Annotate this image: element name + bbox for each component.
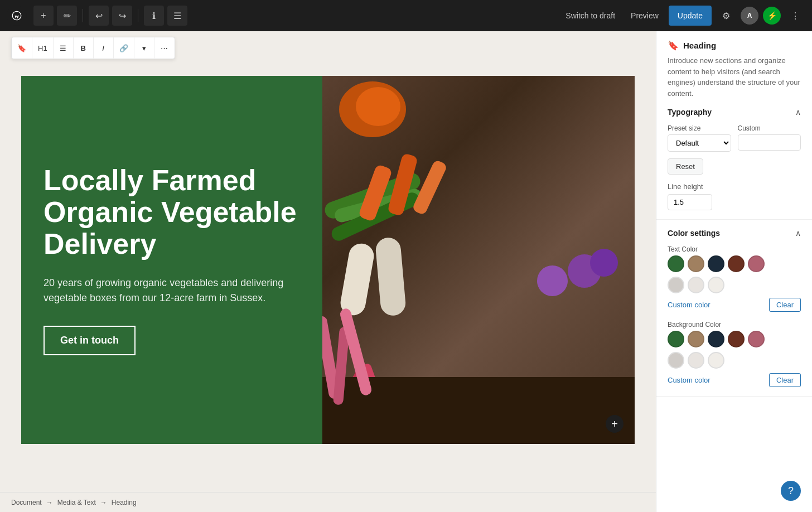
typography-section: Typography ∧ Preset size Default Custom … bbox=[656, 99, 812, 220]
bookmark-icon: 🔖 bbox=[17, 44, 26, 52]
text-color-group: Text Color Custom color Clear bbox=[668, 245, 801, 312]
reset-button[interactable]: Reset bbox=[668, 158, 703, 175]
text-color-swatches-light bbox=[668, 277, 801, 293]
hero-heading[interactable]: Locally Farmed Organic Vegetable Deliver… bbox=[44, 165, 300, 260]
add-block-button[interactable]: + bbox=[33, 6, 54, 26]
hero-subtitle[interactable]: 20 years of growing organic vegetables a… bbox=[44, 276, 300, 306]
bg-color-swatches-light bbox=[668, 352, 801, 369]
undo-button[interactable]: ↩ bbox=[89, 6, 109, 26]
info-button[interactable]: ℹ bbox=[144, 6, 164, 26]
get-in-touch-button[interactable]: Get in touch bbox=[44, 326, 136, 355]
color-settings-section: Color settings ∧ Text Color bbox=[656, 220, 812, 397]
help-button[interactable]: ? bbox=[781, 481, 801, 501]
preset-size-row: Preset size Default Custom bbox=[668, 124, 801, 152]
bg-color-swatch-navy[interactable] bbox=[708, 331, 724, 347]
color-settings-collapse-button[interactable]: ∧ bbox=[795, 229, 801, 238]
line-height-label: Line height bbox=[668, 182, 801, 191]
text-options-dropdown[interactable]: ▾ bbox=[134, 37, 154, 59]
block-type-bookmark[interactable]: 🔖 bbox=[12, 37, 32, 59]
custom-label: Custom bbox=[738, 124, 801, 132]
bg-color-swatch-brown[interactable] bbox=[728, 331, 745, 347]
hero-block: Locally Farmed Organic Vegetable Deliver… bbox=[21, 76, 635, 444]
list-view-button[interactable]: ☰ bbox=[167, 6, 187, 26]
text-color-swatch-lightgray[interactable] bbox=[668, 277, 684, 293]
settings-button[interactable]: ⚙ bbox=[716, 6, 736, 26]
text-color-label: Text Color bbox=[668, 245, 801, 253]
text-color-swatch-white[interactable] bbox=[708, 277, 724, 293]
bold-icon: B bbox=[80, 44, 85, 52]
typography-collapse-button[interactable]: ∧ bbox=[795, 108, 801, 117]
text-color-swatch-brown[interactable] bbox=[728, 255, 745, 272]
wp-logo[interactable] bbox=[7, 6, 27, 26]
panel-bookmark-icon: 🔖 bbox=[668, 40, 679, 51]
text-clear-button[interactable]: Clear bbox=[769, 298, 801, 312]
bg-color-group: Background Color Custom color Clear bbox=[668, 321, 801, 387]
bg-custom-color-button[interactable]: Custom color bbox=[668, 376, 710, 384]
text-color-swatches bbox=[668, 255, 801, 272]
text-color-swatch-offwhite[interactable] bbox=[688, 277, 704, 293]
align-icon: ☰ bbox=[60, 44, 66, 52]
bg-color-swatch-green[interactable] bbox=[668, 331, 684, 347]
text-color-swatch-green[interactable] bbox=[668, 255, 684, 272]
line-height-input[interactable] bbox=[668, 194, 712, 210]
more-options-button[interactable]: ⋯ bbox=[154, 37, 175, 59]
text-color-swatch-mauve[interactable] bbox=[748, 255, 765, 272]
text-custom-color-button[interactable]: Custom color bbox=[668, 301, 710, 309]
lightning-badge[interactable]: ⚡ bbox=[763, 7, 781, 25]
color-settings-header: Color settings ∧ bbox=[668, 229, 801, 238]
preset-size-label: Preset size bbox=[668, 124, 731, 132]
main-area: 🔖 H1 ☰ B I 🔗 ▾ ⋯ Locally Farmed Organic … bbox=[0, 31, 812, 512]
link-button[interactable]: 🔗 bbox=[114, 37, 134, 59]
breadcrumb-heading[interactable]: Heading bbox=[112, 499, 137, 506]
color-settings-title: Color settings bbox=[668, 229, 720, 238]
toolbar-divider-2 bbox=[138, 9, 138, 22]
panel-description: Introduce new sections and organize cont… bbox=[668, 55, 801, 99]
italic-button[interactable]: I bbox=[94, 37, 114, 59]
italic-icon: I bbox=[102, 44, 104, 52]
bg-color-label: Background Color bbox=[668, 321, 801, 329]
hero-image-area bbox=[322, 76, 635, 444]
breadcrumb-document[interactable]: Document bbox=[11, 499, 42, 506]
bg-color-swatch-tan[interactable] bbox=[688, 331, 704, 347]
text-color-swatch-tan[interactable] bbox=[688, 255, 704, 272]
toolbar-right: Switch to draft Preview Update ⚙ A ⚡ ⋮ bbox=[560, 6, 805, 26]
switch-draft-button[interactable]: Switch to draft bbox=[560, 8, 621, 23]
bold-button[interactable]: B bbox=[74, 37, 94, 59]
update-button[interactable]: Update bbox=[669, 6, 712, 26]
bg-color-swatch-white[interactable] bbox=[708, 352, 724, 369]
more-button[interactable]: ⋮ bbox=[785, 6, 805, 26]
text-color-swatch-navy[interactable] bbox=[708, 255, 724, 272]
block-toolbar: 🔖 H1 ☰ B I 🔗 ▾ ⋯ bbox=[11, 37, 175, 59]
preset-size-select[interactable]: Default bbox=[668, 134, 731, 152]
add-after-button[interactable]: + bbox=[606, 415, 624, 433]
breadcrumb: Document → Media & Text → Heading bbox=[0, 492, 656, 512]
text-color-actions: Custom color Clear bbox=[668, 298, 801, 312]
panel-heading-info: 🔖 Heading Introduce new sections and org… bbox=[656, 31, 812, 99]
redo-button[interactable]: ↪ bbox=[112, 6, 132, 26]
heading-level-button[interactable]: H1 bbox=[32, 37, 54, 59]
bg-color-swatches bbox=[668, 331, 801, 347]
main-toolbar: + ✏ ↩ ↪ ℹ ☰ Switch to draft Preview Upda… bbox=[0, 0, 812, 31]
hero-text-area: Locally Farmed Organic Vegetable Deliver… bbox=[21, 76, 322, 444]
bg-clear-button[interactable]: Clear bbox=[769, 373, 801, 387]
bg-color-swatch-lightgray[interactable] bbox=[668, 352, 684, 369]
right-panel: 🔖 Heading Introduce new sections and org… bbox=[656, 31, 812, 512]
link-icon: 🔗 bbox=[119, 44, 128, 52]
align-button[interactable]: ☰ bbox=[54, 37, 74, 59]
breadcrumb-arrow-1: → bbox=[46, 499, 53, 506]
bg-color-swatch-offwhite[interactable] bbox=[688, 352, 704, 369]
panel-heading-row: 🔖 Heading bbox=[668, 40, 801, 51]
breadcrumb-media-text[interactable]: Media & Text bbox=[57, 499, 96, 506]
editor-area: 🔖 H1 ☰ B I 🔗 ▾ ⋯ Locally Farmed Organic … bbox=[0, 31, 656, 512]
preview-button[interactable]: Preview bbox=[625, 8, 664, 23]
breadcrumb-arrow-2: → bbox=[100, 499, 107, 506]
bg-color-actions: Custom color Clear bbox=[668, 373, 801, 387]
line-height-group: Line height bbox=[668, 182, 801, 210]
hero-image bbox=[322, 76, 635, 444]
toolbar-divider bbox=[83, 9, 83, 22]
typography-header: Typography ∧ bbox=[668, 108, 801, 117]
edit-button[interactable]: ✏ bbox=[57, 6, 77, 26]
bg-color-swatch-mauve[interactable] bbox=[748, 331, 765, 347]
avatar[interactable]: A bbox=[741, 7, 758, 25]
custom-size-input[interactable] bbox=[738, 134, 801, 151]
